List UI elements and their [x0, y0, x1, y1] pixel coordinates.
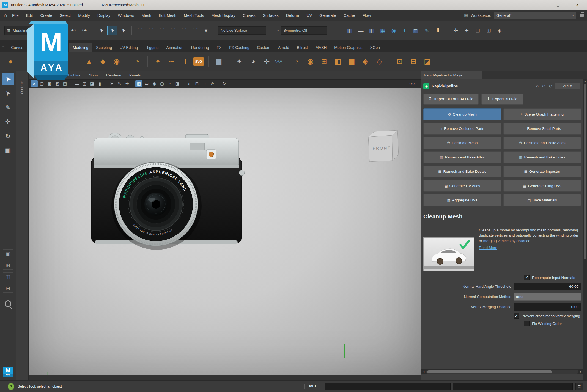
film-gate-icon[interactable]: ▢	[38, 80, 45, 87]
grease-pencil-a-icon[interactable]: A	[31, 80, 38, 87]
view-cube[interactable]: FRONT	[362, 127, 403, 166]
circular-fillet-icon[interactable]: ◔	[290, 56, 303, 68]
bake-materials-button[interactable]: ▤Bake Materials	[503, 194, 581, 206]
rotate-tool[interactable]: ↻	[2, 130, 14, 142]
camera-3d-model[interactable]: RAPIDPIPELINE ASPHERICAL LENS SUPER EBC …	[91, 132, 248, 251]
shelf-icon[interactable]	[389, 56, 389, 67]
calculator-grid-icon[interactable]: ▦	[213, 56, 225, 68]
exposure-icon[interactable]: ◌	[201, 80, 208, 87]
menu-mesh-tools[interactable]: Mesh Tools	[184, 13, 204, 18]
tool-settings-icon[interactable]: ⊞	[484, 26, 494, 35]
remove-small-parts-button[interactable]: ⌗Remove Small Parts	[503, 123, 581, 135]
snap-to-view-plane-icon[interactable]: ⌒	[179, 26, 189, 35]
shaded-mode-icon[interactable]: ◉	[151, 80, 158, 87]
hypershade-layout-button[interactable]: ⊟	[3, 284, 13, 293]
redo-icon[interactable]: ↷	[79, 26, 89, 35]
menu-curves[interactable]: Curves	[243, 13, 255, 18]
menu-file[interactable]: File	[12, 13, 18, 18]
paint-effects-icon[interactable]: ✎	[422, 26, 432, 35]
vmenu-show[interactable]: Show	[89, 73, 98, 77]
move-tool[interactable]: ✛	[2, 116, 14, 128]
mel-result-field[interactable]	[453, 383, 573, 390]
minimize-button[interactable]: —	[529, 0, 548, 10]
modeling-toolkit-icon[interactable]: ✛	[451, 26, 461, 35]
isolate-select-icon[interactable]: ⊡	[193, 80, 201, 87]
star-tool-icon[interactable]: ✦	[152, 56, 164, 68]
cleanup-mesh-button[interactable]: ⚙Cleanup Mesh	[423, 108, 501, 120]
lighting-mode-icon[interactable]: ◨	[174, 80, 181, 87]
snap-to-point-icon[interactable]: ⌒	[157, 26, 167, 35]
svg-tool-icon[interactable]: SVG	[193, 57, 204, 66]
checkbox[interactable]	[524, 275, 530, 280]
export-3d-button[interactable]: ↥ Export 3D File	[481, 94, 523, 105]
snap-target-icon[interactable]: ⌖	[233, 56, 245, 68]
two-d-pan-zoom-icon[interactable]: ➤	[108, 80, 115, 87]
poly-wheel-icon[interactable]: ◉	[111, 56, 123, 68]
vmenu-lighting[interactable]: Lighting	[68, 73, 81, 77]
shelf-tab-modeling[interactable]: Modeling	[69, 43, 92, 52]
prevent-cross-mesh-checkbox-row[interactable]: Prevent cross-mesh vertex merging	[514, 313, 581, 319]
settings-icon[interactable]: ⊕	[542, 84, 546, 89]
viewport-toolbar-icon[interactable]	[133, 81, 133, 87]
ipr-render-icon[interactable]: ◉	[389, 26, 399, 35]
scrollbar-thumb[interactable]	[584, 84, 586, 259]
viewport-toolbar-icon[interactable]	[218, 81, 218, 87]
select-tool[interactable]: ➤	[2, 73, 14, 85]
menu-deform[interactable]: Deform	[286, 13, 299, 18]
scene-graph-flattening-button[interactable]: ⌗Scene Graph Flattening	[503, 108, 581, 120]
shelf-icon[interactable]	[147, 56, 148, 67]
render-view-icon[interactable]: ▥	[345, 26, 355, 35]
shelf-tab-fx-caching[interactable]: FX Caching	[225, 43, 253, 52]
panel-vertical-scrollbar[interactable]: ▲	[583, 79, 587, 380]
shelf-tab-mash[interactable]: MASH	[312, 43, 330, 52]
shelf-icon[interactable]	[127, 56, 127, 67]
scroll-up-icon[interactable]: ▲	[583, 79, 587, 83]
normal-hard-angle-threshold-input[interactable]: 60.00	[514, 283, 581, 290]
menu-uv[interactable]: UV	[306, 13, 312, 18]
playblast-icon[interactable]: ▬	[356, 26, 366, 35]
script-editor-icon[interactable]: ≣	[575, 383, 583, 390]
shelf-tab-sculpting[interactable]: Sculpting	[92, 43, 116, 52]
package-icon[interactable]: ◪	[421, 56, 433, 68]
panel-horizontal-scrollbar[interactable]: ◄ ►	[421, 369, 583, 374]
import-box-icon[interactable]: ⊟	[407, 56, 419, 68]
undo-icon[interactable]: ↶	[68, 26, 78, 35]
help-icon[interactable]: ?	[8, 383, 14, 390]
normal-computation-method-dropdown[interactable]: area	[514, 293, 581, 301]
snap-to-grid-icon[interactable]: ⌒	[135, 26, 145, 35]
select-component-icon[interactable]: ➤	[118, 26, 128, 35]
menu-cache[interactable]: Cache	[344, 13, 355, 18]
shelf-tab-bifrost[interactable]: Bifrost	[293, 43, 312, 52]
type-tool-icon[interactable]: T	[179, 56, 191, 68]
vmenu-panels[interactable]: Panels	[129, 73, 141, 77]
remove-occluded-parts-button[interactable]: ⌗Remove Occluded Parts	[423, 123, 501, 135]
platonic-solid-icon[interactable]: ◔	[131, 56, 143, 68]
viewport-toolbar-icon[interactable]	[106, 81, 106, 87]
film-gate-2-icon[interactable]: ▭	[143, 80, 150, 87]
select-hierarchy-icon[interactable]: ➤	[96, 26, 106, 35]
snap-to-curve-icon[interactable]: ⌒	[146, 26, 156, 35]
generate-tiling-uvs-button[interactable]: ▦Generate Tiling UVs	[503, 180, 581, 192]
snap-options-caret-icon[interactable]: ▾	[201, 26, 211, 35]
persp-outliner-layout-button[interactable]: ◫	[3, 272, 13, 281]
menu-generate[interactable]: Generate	[319, 13, 336, 18]
decimate-and-bake-atlas-button[interactable]: ⚙Decimate and Bake Atlas	[503, 137, 581, 149]
camera-icon[interactable]: ▬	[73, 80, 80, 87]
make-live-icon[interactable]: ⌒	[190, 26, 200, 35]
poly-sphere-icon[interactable]: ●	[5, 56, 17, 68]
grid-toggle-icon[interactable]: ▦	[135, 80, 142, 87]
shelf-tab-rendering[interactable]: Rendering	[187, 43, 213, 52]
menu-edit-mesh[interactable]: Edit Mesh	[159, 13, 176, 18]
export-box-icon[interactable]: ⊡	[394, 56, 406, 68]
shelf-tab-animation[interactable]: Animation	[163, 43, 187, 52]
viewport-canvas[interactable]: RAPIDPIPELINE ASPHERICAL LENS SUPER EBC …	[29, 88, 421, 375]
field-chart-icon[interactable]: ▤	[61, 80, 68, 87]
camera-attributes-icon[interactable]: ◫	[81, 80, 88, 87]
shelf-tab-custom[interactable]: Custom	[253, 43, 274, 52]
gate-mask-icon[interactable]: ◩	[54, 80, 61, 87]
resolution-gate-icon[interactable]: ▣	[46, 80, 53, 87]
menu-flow[interactable]: Flow	[363, 13, 371, 18]
textured-mode-icon[interactable]: ◔	[166, 80, 173, 87]
menu-modify[interactable]: Modify	[78, 13, 90, 18]
vertex-merging-distance-input[interactable]: 0.00	[514, 303, 581, 311]
